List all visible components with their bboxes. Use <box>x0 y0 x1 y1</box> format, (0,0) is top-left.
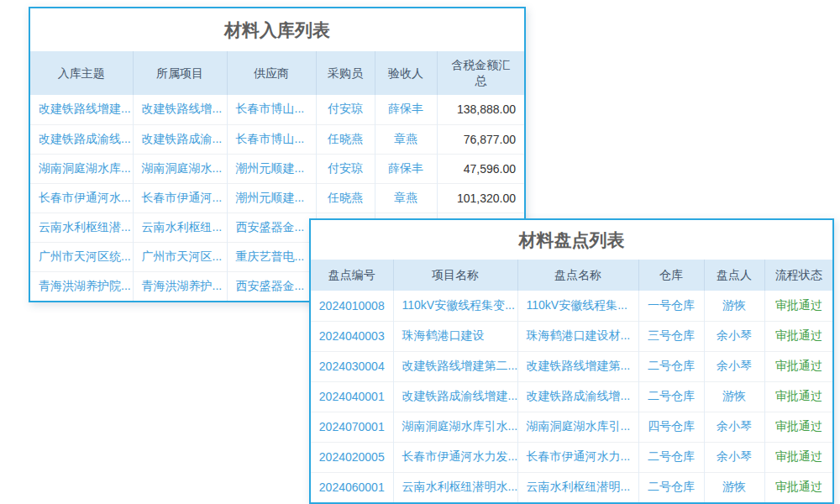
table-cell[interactable]: 2024010008 <box>311 291 393 321</box>
table-cell[interactable]: 任晓燕 <box>316 183 375 213</box>
table-cell[interactable]: 长春市伊通河水力发... <box>393 442 517 472</box>
table-cell[interactable]: 青海洪湖养护... <box>133 271 227 301</box>
table-cell[interactable]: 余小琴 <box>704 442 764 472</box>
table-cell[interactable]: 三号仓库 <box>638 321 704 351</box>
table-cell[interactable]: 长春市伊通河... <box>133 183 227 213</box>
column-header: 项目名称 <box>393 260 517 291</box>
table-cell[interactable]: 余小琴 <box>704 412 764 442</box>
table-cell[interactable]: 110kV安徽线程集... <box>517 291 638 321</box>
table-cell[interactable]: 付安琼 <box>316 154 375 183</box>
table-cell[interactable]: 湖南洞庭湖水... <box>133 154 227 183</box>
table-row[interactable]: 改建铁路线增建...改建铁路线增...长春市博山...付安琼薛保丰138,888… <box>30 95 524 124</box>
table-cell[interactable]: 广州市天河区... <box>133 242 227 271</box>
table-cell[interactable]: 云南水利枢纽潜明水... <box>393 472 517 502</box>
header-row: 入库主题所属项目供应商采购员验收人含税金额汇总 <box>30 51 524 95</box>
table-cell: 审批通过 <box>764 412 832 442</box>
inventory-table: 盘点编号项目名称盘点名称仓库盘点人流程状态 2024010008110kV安徽线… <box>311 260 832 502</box>
table-cell: 101,320.00 <box>437 183 524 213</box>
table-cell[interactable]: 章燕 <box>375 183 437 213</box>
column-header: 流程状态 <box>764 260 832 291</box>
table-cell[interactable]: 章燕 <box>375 124 437 154</box>
table-row[interactable]: 2024070001湖南洞庭湖水库引水...湖南洞庭湖水库引...四号仓库余小琴… <box>311 412 832 442</box>
table-cell[interactable]: 云南水利枢纽... <box>133 213 227 242</box>
column-header: 盘点人 <box>704 260 764 291</box>
table-row[interactable]: 2024040003珠海鹤港口建设珠海鹤港口建设材...三号仓库余小琴审批通过 <box>311 321 832 351</box>
table-cell[interactable]: 潮州元顺建... <box>227 154 316 183</box>
table-cell[interactable]: 青海洪湖养护院... <box>30 271 133 301</box>
table-cell[interactable]: 一号仓库 <box>638 291 704 321</box>
table-cell[interactable]: 二号仓库 <box>638 351 704 381</box>
table-cell[interactable]: 改建铁路成渝... <box>133 124 227 154</box>
table-cell[interactable]: 改建铁路线增建第二... <box>393 351 517 381</box>
table-cell[interactable]: 薛保丰 <box>375 95 437 124</box>
column-header: 盘点名称 <box>517 260 638 291</box>
table-cell[interactable]: 云南水利枢纽潜明... <box>517 472 638 502</box>
table-cell[interactable]: 四号仓库 <box>638 412 704 442</box>
table-cell: 47,596.00 <box>437 154 524 183</box>
table-cell: 审批通过 <box>764 381 832 412</box>
table-cell[interactable]: 改建铁路线增建... <box>30 95 133 124</box>
table-cell[interactable]: 游恢 <box>704 381 764 412</box>
table-cell[interactable]: 游恢 <box>704 472 764 502</box>
table-cell[interactable]: 2024070001 <box>311 412 393 442</box>
column-header: 含税金额汇总 <box>437 51 524 95</box>
table-cell[interactable]: 湖南洞庭湖水库引... <box>517 412 638 442</box>
table-cell[interactable]: 长春市博山... <box>227 124 316 154</box>
table-cell[interactable]: 西安盛器金... <box>227 213 316 242</box>
table-cell[interactable]: 西安盛器金... <box>227 271 316 301</box>
table-cell[interactable]: 改建铁路成渝线... <box>30 124 133 154</box>
table-cell[interactable]: 云南水利枢纽潜... <box>30 213 133 242</box>
table-cell[interactable]: 湖南洞庭湖水库... <box>30 154 133 183</box>
table-cell[interactable]: 重庆艺普电... <box>227 242 316 271</box>
inventory-table-body: 2024010008110kV安徽线程集变...110kV安徽线程集...一号仓… <box>311 291 832 502</box>
table-cell: 审批通过 <box>764 291 832 321</box>
table-cell[interactable]: 湖南洞庭湖水库引水... <box>393 412 517 442</box>
table-row[interactable]: 湖南洞庭湖水库...湖南洞庭湖水...潮州元顺建...付安琼薛保丰47,596.… <box>30 154 524 183</box>
column-header: 采购员 <box>316 51 375 95</box>
table-cell[interactable]: 二号仓库 <box>638 442 704 472</box>
header-row: 盘点编号项目名称盘点名称仓库盘点人流程状态 <box>311 260 832 291</box>
table-cell[interactable]: 二号仓库 <box>638 472 704 502</box>
table-cell[interactable]: 2024060001 <box>311 472 393 502</box>
table-cell[interactable]: 珠海鹤港口建设 <box>393 321 517 351</box>
column-header: 所属项目 <box>133 51 227 95</box>
table-cell: 76,877.00 <box>437 124 524 154</box>
table-cell[interactable]: 任晓燕 <box>316 124 375 154</box>
table-cell[interactable]: 长春市伊通河水力... <box>517 442 638 472</box>
table-cell: 138,888.00 <box>437 95 524 124</box>
table-cell[interactable]: 2024040001 <box>311 381 393 412</box>
column-header: 供应商 <box>227 51 316 95</box>
table-cell[interactable]: 长春市博山... <box>227 95 316 124</box>
table-cell[interactable]: 改建铁路线增... <box>133 95 227 124</box>
table-cell[interactable]: 游恢 <box>704 291 764 321</box>
table-cell[interactable]: 薛保丰 <box>375 154 437 183</box>
column-header: 入库主题 <box>30 51 133 95</box>
table-cell[interactable]: 2024020005 <box>311 442 393 472</box>
table-cell[interactable]: 110kV安徽线程集变... <box>393 291 517 321</box>
table-cell[interactable]: 余小琴 <box>704 321 764 351</box>
column-header: 盘点编号 <box>311 260 393 291</box>
table-row[interactable]: 2024010008110kV安徽线程集变...110kV安徽线程集...一号仓… <box>311 291 832 321</box>
table-row[interactable]: 2024060001云南水利枢纽潜明水...云南水利枢纽潜明...二号仓库游恢审… <box>311 472 832 502</box>
table-row[interactable]: 2024030004改建铁路线增建第二...改建铁路线增建第...二号仓库余小琴… <box>311 351 832 381</box>
table-cell[interactable]: 2024030004 <box>311 351 393 381</box>
column-header: 仓库 <box>638 260 704 291</box>
table-cell[interactable]: 余小琴 <box>704 351 764 381</box>
column-header: 验收人 <box>375 51 437 95</box>
table-row[interactable]: 改建铁路成渝线...改建铁路成渝...长春市博山...任晓燕章燕76,877.0… <box>30 124 524 154</box>
table-cell[interactable]: 长春市伊通河水... <box>30 183 133 213</box>
table-cell[interactable]: 珠海鹤港口建设材... <box>517 321 638 351</box>
table-cell[interactable]: 2024040003 <box>311 321 393 351</box>
table-row[interactable]: 2024040001改建铁路成渝线增建...改建铁路成渝线增...二号仓库游恢审… <box>311 381 832 412</box>
table-cell[interactable]: 潮州元顺建... <box>227 183 316 213</box>
table-cell[interactable]: 改建铁路成渝线增... <box>517 381 638 412</box>
table-cell[interactable]: 改建铁路成渝线增建... <box>393 381 517 412</box>
table-row[interactable]: 长春市伊通河水...长春市伊通河...潮州元顺建...任晓燕章燕101,320.… <box>30 183 524 213</box>
material-inventory-list-panel: 材料盘点列表 盘点编号项目名称盘点名称仓库盘点人流程状态 20240100081… <box>309 218 834 504</box>
table-cell[interactable]: 付安琼 <box>316 95 375 124</box>
table-cell[interactable]: 二号仓库 <box>638 381 704 412</box>
table-row[interactable]: 2024020005长春市伊通河水力发...长春市伊通河水力...二号仓库余小琴… <box>311 442 832 472</box>
table-cell: 审批通过 <box>764 442 832 472</box>
table-cell[interactable]: 改建铁路线增建第... <box>517 351 638 381</box>
table-cell[interactable]: 广州市天河区统... <box>30 242 133 271</box>
